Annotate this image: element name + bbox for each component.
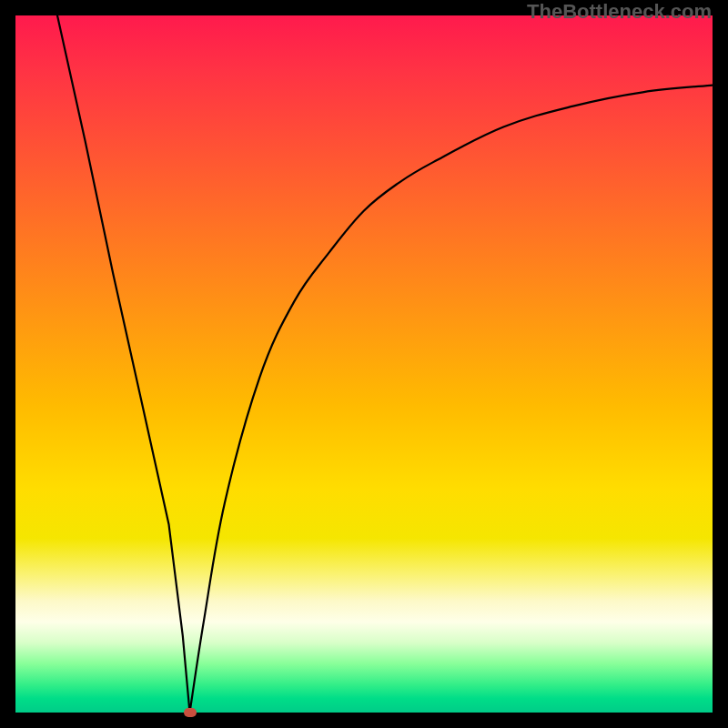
plot-area (15, 15, 713, 713)
watermark-text: TheBottleneck.com (527, 0, 712, 24)
curve-svg (15, 15, 713, 713)
minimum-marker (184, 708, 197, 717)
chart-container: TheBottleneck.com (0, 0, 728, 728)
bottleneck-curve (57, 15, 713, 713)
